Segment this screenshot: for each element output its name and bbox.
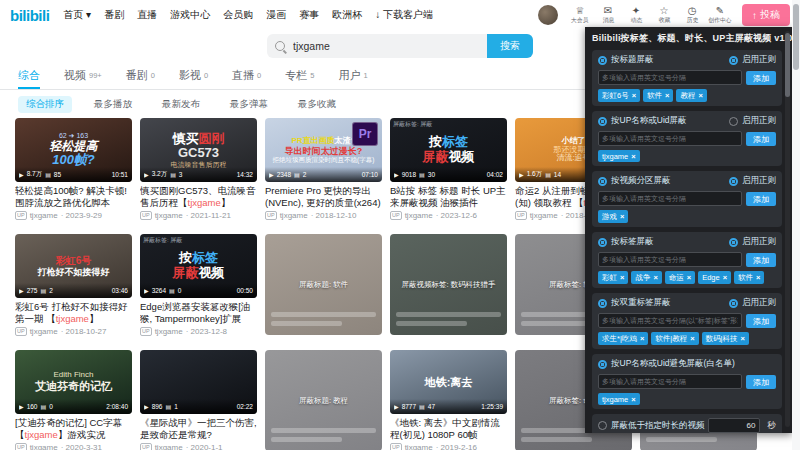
video-thumbnail[interactable]: 屏蔽标签: 屏蔽按标签屏蔽视频▶9018▤3004:02 — [390, 118, 507, 182]
uploader-name[interactable]: tjxgame — [155, 443, 183, 450]
section-enable-radio[interactable] — [598, 238, 607, 247]
uploader-name[interactable]: tjxgame — [30, 443, 58, 450]
uploader-name[interactable]: tjxgame — [280, 211, 308, 220]
remove-tag-icon[interactable]: × — [632, 91, 636, 100]
keyword-input[interactable] — [598, 252, 742, 267]
nav-item-7[interactable]: 欧洲杯 — [332, 8, 362, 22]
remove-tag-icon[interactable]: × — [690, 334, 694, 343]
nav-right-动态[interactable]: ✦动态 — [623, 6, 649, 25]
nav-item-2[interactable]: 直播 — [137, 8, 157, 22]
remove-tag-icon[interactable]: × — [631, 152, 635, 161]
add-keyword-button[interactable]: 添加 — [746, 192, 776, 206]
nav-item-8[interactable]: ↓ 下载客户端 — [375, 8, 433, 22]
video-thumbnail[interactable]: 慎买圆刚GC573电流噪音售后历程▶3.2万▤314:32 — [140, 118, 257, 182]
bilibili-logo[interactable]: bilibili — [10, 7, 49, 24]
add-keyword-button[interactable]: 添加 — [746, 71, 776, 85]
remove-tag-icon[interactable]: × — [756, 273, 760, 282]
tab-综合[interactable]: 综合 — [18, 62, 40, 89]
uploader-name[interactable]: tjxgame — [405, 211, 433, 220]
regex-enable-radio[interactable] — [729, 56, 738, 65]
video-meta[interactable]: UPtjxgame· 2020-1-1 — [140, 443, 257, 450]
search-input[interactable] — [291, 39, 487, 53]
keyword-tag[interactable]: 求生*|吃鸡× — [598, 332, 648, 345]
tab-影视[interactable]: 影视0 — [179, 62, 208, 89]
video-thumbnail[interactable]: 地铁:离去▶8777▤471:25:39 — [390, 350, 507, 414]
nav-item-0[interactable]: 首页 ▾ — [63, 8, 91, 22]
video-title[interactable]: Edge浏览器安装篡改猴[油猴, Tampermonkey]扩展 【tjxgam… — [140, 301, 257, 325]
video-thumbnail[interactable]: PrPR直出画质太渣?导出时间太过漫长?拒绝垃圾画质渲染时间且不稳(字幕)▶23… — [265, 118, 382, 182]
video-title[interactable]: 《地铁: 离去》中文剧情流程(初见) 1080P 60帧 【tjxgame】地铁… — [390, 417, 507, 441]
video-thumbnail[interactable]: Edith Finch艾迪芬奇的记忆▶160▤02:08:40 — [15, 350, 132, 414]
nav-right-创作中心[interactable]: ✎创作中心 — [707, 6, 733, 25]
remove-tag-icon[interactable]: × — [698, 91, 702, 100]
remove-tag-icon[interactable]: × — [665, 91, 669, 100]
page-scrollbar-thumb[interactable] — [793, 4, 799, 70]
nav-item-6[interactable]: 赛事 — [299, 8, 319, 22]
video-thumbnail[interactable]: 彩虹6号打枪好不如接得好▶275▤203:46 — [15, 234, 132, 298]
nav-right-大会员[interactable]: ♕大会员 — [567, 6, 593, 25]
video-title[interactable]: 彩虹6号 打枪好不如接得好 第一期 【tjxgame】 — [15, 301, 132, 325]
video-meta[interactable]: UPtjxgame· 2023-9-29 — [15, 211, 132, 220]
remove-tag-icon[interactable]: × — [687, 273, 691, 282]
uploader-name[interactable]: tjxgame — [530, 211, 558, 220]
tab-直播[interactable]: 直播0 — [232, 62, 261, 89]
keyword-input[interactable] — [598, 191, 742, 206]
keyword-tag[interactable]: tjxgame× — [598, 393, 640, 405]
uploader-name[interactable]: tjxgame — [405, 443, 433, 450]
upload-button[interactable]: ↑ 投稿 — [742, 4, 790, 26]
add-keyword-button[interactable]: 添加 — [746, 253, 776, 267]
video-title[interactable]: 慎买圆刚GC573、电流噪音售后历程【tjxgame】 — [140, 185, 257, 209]
video-meta[interactable]: UPtjxgame· 2023-12-8 — [140, 327, 257, 336]
video-title[interactable]: [艾迪芬奇的记忆] CC字幕 【tjxgame】游戏实况 — [15, 417, 132, 441]
tab-视频[interactable]: 视频99+ — [64, 62, 102, 89]
keyword-tag[interactable]: 战争× — [631, 271, 661, 284]
uploader-name[interactable]: tjxgame — [30, 327, 58, 336]
video-title[interactable]: 《星际战甲》一把三个伤害, 是致命还是常规? 【tjxgame】 — [140, 417, 257, 441]
tab-专栏[interactable]: 专栏5 — [285, 62, 314, 89]
regex-enable-radio[interactable] — [729, 238, 738, 247]
keyword-input[interactable] — [598, 374, 742, 389]
video-meta[interactable]: UPtjxgame· 2018-10-27 — [15, 327, 132, 336]
keyword-tag[interactable]: 软件× — [643, 89, 673, 102]
section-enable-radio[interactable] — [598, 177, 607, 186]
regex-enable-radio[interactable] — [729, 299, 738, 308]
video-meta[interactable]: UPtjxgame· 2020-3-31 — [15, 443, 132, 450]
uploader-name[interactable]: tjxgame — [155, 327, 183, 336]
section-enable-radio[interactable] — [598, 299, 607, 308]
remove-tag-icon[interactable]: × — [653, 273, 657, 282]
add-keyword-button[interactable]: 添加 — [746, 375, 776, 389]
remove-tag-icon[interactable]: × — [723, 273, 727, 282]
sort-综合排序[interactable]: 综合排序 — [18, 96, 72, 113]
video-thumbnail[interactable]: ▶896▤102:22 — [140, 350, 257, 414]
keyword-tag[interactable]: 彩虹× — [598, 271, 628, 284]
page-scrollbar-track[interactable] — [792, 0, 800, 450]
section-enable-radio[interactable] — [598, 117, 607, 126]
keyword-input[interactable] — [598, 131, 742, 146]
search-bar[interactable]: 搜索 — [267, 34, 533, 58]
keyword-tag[interactable]: 软件|教程× — [651, 332, 698, 345]
regex-enable-radio[interactable] — [729, 177, 738, 186]
video-meta[interactable]: UPtjxgame· 2019-2-16 — [390, 443, 507, 450]
user-avatar[interactable] — [538, 5, 558, 25]
keyword-tag[interactable]: 教程× — [676, 89, 706, 102]
plugin-scrollbar-thumb[interactable] — [785, 33, 790, 97]
remove-tag-icon[interactable]: × — [620, 212, 624, 221]
regex-enable-radio[interactable] — [729, 117, 738, 126]
keyword-tag[interactable]: 数码|科技× — [702, 332, 749, 345]
video-meta[interactable]: UPtjxgame· 2021-11-21 — [140, 211, 257, 220]
add-keyword-button[interactable]: 添加 — [746, 314, 776, 328]
uploader-name[interactable]: tjxgame — [30, 211, 58, 220]
sort-最多播放[interactable]: 最多播放 — [86, 96, 140, 113]
nav-right-收藏[interactable]: ☆收藏 — [651, 6, 677, 25]
remove-tag-icon[interactable]: × — [631, 395, 635, 404]
video-title[interactable]: B站按 标签 标题 时长 UP主来屏蔽视频 油猴插件【tjxgame】 — [390, 185, 507, 209]
keyword-input[interactable] — [598, 70, 742, 85]
nav-item-4[interactable]: 会员购 — [223, 8, 253, 22]
video-meta[interactable]: UPtjxgame· 2023-12-6 — [390, 211, 507, 220]
remove-tag-icon[interactable]: × — [640, 334, 644, 343]
section-enable-radio[interactable] — [598, 421, 607, 430]
remove-tag-icon[interactable]: × — [741, 334, 745, 343]
keyword-tag[interactable]: 软件× — [734, 271, 764, 284]
nav-right-历史[interactable]: ◷历史 — [679, 6, 705, 25]
sort-最新发布[interactable]: 最新发布 — [154, 96, 208, 113]
